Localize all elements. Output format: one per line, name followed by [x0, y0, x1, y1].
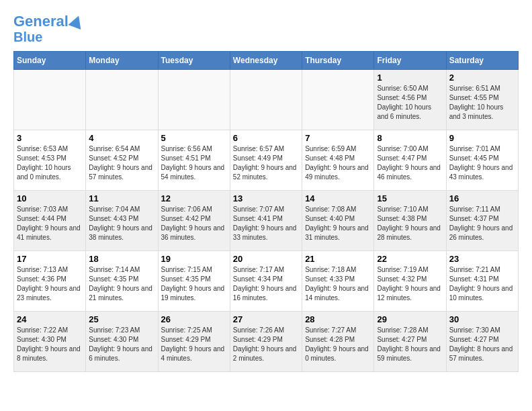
day-info: Sunrise: 7:27 AM Sunset: 4:28 PM Dayligh… — [305, 326, 371, 363]
day-info: Sunrise: 6:59 AM Sunset: 4:48 PM Dayligh… — [305, 144, 371, 182]
calendar-cell: 19Sunrise: 7:15 AM Sunset: 4:35 PM Dayli… — [158, 251, 230, 312]
calendar-cell: 6Sunrise: 6:57 AM Sunset: 4:49 PM Daylig… — [230, 130, 302, 191]
day-number: 6 — [233, 133, 299, 143]
day-info: Sunrise: 7:15 AM Sunset: 4:35 PM Dayligh… — [161, 265, 227, 303]
day-info: Sunrise: 7:23 AM Sunset: 4:30 PM Dayligh… — [89, 326, 154, 363]
calendar-cell: 11Sunrise: 7:04 AM Sunset: 4:43 PM Dayli… — [86, 191, 158, 251]
day-info: Sunrise: 7:25 AM Sunset: 4:29 PM Dayligh… — [161, 326, 227, 363]
calendar-cell: 13Sunrise: 7:07 AM Sunset: 4:41 PM Dayli… — [230, 191, 302, 251]
day-info: Sunrise: 7:04 AM Sunset: 4:43 PM Dayligh… — [89, 205, 154, 242]
day-number: 17 — [17, 254, 83, 264]
calendar-cell: 22Sunrise: 7:19 AM Sunset: 4:32 PM Dayli… — [374, 251, 446, 312]
day-info: Sunrise: 7:03 AM Sunset: 4:44 PM Dayligh… — [17, 205, 83, 242]
day-number: 9 — [449, 133, 515, 143]
day-info: Sunrise: 7:01 AM Sunset: 4:45 PM Dayligh… — [449, 144, 515, 182]
day-info: Sunrise: 7:26 AM Sunset: 4:29 PM Dayligh… — [233, 326, 299, 363]
calendar-cell: 29Sunrise: 7:28 AM Sunset: 4:27 PM Dayli… — [374, 312, 446, 372]
weekday-header-row: SundayMondayTuesdayWednesdayThursdayFrid… — [14, 52, 519, 70]
calendar-cell: 28Sunrise: 7:27 AM Sunset: 4:28 PM Dayli… — [302, 312, 374, 372]
day-number: 27 — [233, 314, 299, 324]
calendar-table: SundayMondayTuesdayWednesdayThursdayFrid… — [13, 51, 519, 372]
day-number: 2 — [449, 73, 515, 83]
day-info: Sunrise: 7:22 AM Sunset: 4:30 PM Dayligh… — [17, 326, 83, 363]
calendar-cell — [14, 70, 86, 130]
calendar-cell: 4Sunrise: 6:54 AM Sunset: 4:52 PM Daylig… — [86, 130, 158, 191]
day-info: Sunrise: 6:56 AM Sunset: 4:51 PM Dayligh… — [161, 144, 227, 182]
calendar-row-1: 1Sunrise: 6:50 AM Sunset: 4:56 PM Daylig… — [14, 70, 519, 130]
logo-blue-text: Blue — [13, 30, 42, 44]
day-info: Sunrise: 7:14 AM Sunset: 4:35 PM Dayligh… — [89, 265, 154, 303]
day-info: Sunrise: 6:54 AM Sunset: 4:52 PM Dayligh… — [89, 144, 154, 182]
calendar-cell: 30Sunrise: 7:30 AM Sunset: 4:27 PM Dayli… — [446, 312, 518, 372]
day-number: 21 — [305, 254, 371, 264]
weekday-header-wednesday: Wednesday — [230, 52, 302, 70]
calendar-cell: 27Sunrise: 7:26 AM Sunset: 4:29 PM Dayli… — [230, 312, 302, 372]
day-info: Sunrise: 7:17 AM Sunset: 4:34 PM Dayligh… — [233, 265, 299, 303]
day-number: 13 — [233, 193, 299, 203]
day-number: 30 — [449, 314, 515, 324]
calendar-cell: 23Sunrise: 7:21 AM Sunset: 4:31 PM Dayli… — [446, 251, 518, 312]
weekday-header-sunday: Sunday — [14, 52, 86, 70]
day-number: 5 — [161, 133, 227, 143]
day-number: 23 — [449, 254, 515, 264]
calendar-cell: 9Sunrise: 7:01 AM Sunset: 4:45 PM Daylig… — [446, 130, 518, 191]
calendar-row-5: 24Sunrise: 7:22 AM Sunset: 4:30 PM Dayli… — [14, 312, 519, 372]
calendar-cell: 14Sunrise: 7:08 AM Sunset: 4:40 PM Dayli… — [302, 191, 374, 251]
calendar-cell — [158, 70, 230, 130]
day-number: 7 — [305, 133, 371, 143]
day-number: 10 — [17, 193, 83, 203]
calendar-cell: 10Sunrise: 7:03 AM Sunset: 4:44 PM Dayli… — [14, 191, 86, 251]
day-info: Sunrise: 7:08 AM Sunset: 4:40 PM Dayligh… — [305, 205, 371, 242]
day-number: 26 — [161, 314, 227, 324]
calendar-cell: 12Sunrise: 7:06 AM Sunset: 4:42 PM Dayli… — [158, 191, 230, 251]
weekday-header-friday: Friday — [374, 52, 446, 70]
day-info: Sunrise: 6:53 AM Sunset: 4:53 PM Dayligh… — [17, 144, 83, 182]
day-number: 8 — [377, 133, 443, 143]
calendar-cell: 16Sunrise: 7:11 AM Sunset: 4:37 PM Dayli… — [446, 191, 518, 251]
day-info: Sunrise: 7:30 AM Sunset: 4:27 PM Dayligh… — [449, 326, 515, 363]
day-info: Sunrise: 7:06 AM Sunset: 4:42 PM Dayligh… — [161, 205, 227, 242]
day-number: 16 — [449, 193, 515, 203]
calendar-cell: 8Sunrise: 7:00 AM Sunset: 4:47 PM Daylig… — [374, 130, 446, 191]
day-info: Sunrise: 7:13 AM Sunset: 4:36 PM Dayligh… — [17, 265, 83, 303]
calendar-cell: 18Sunrise: 7:14 AM Sunset: 4:35 PM Dayli… — [86, 251, 158, 312]
calendar-cell: 2Sunrise: 6:51 AM Sunset: 4:55 PM Daylig… — [446, 70, 518, 130]
day-info: Sunrise: 7:18 AM Sunset: 4:33 PM Dayligh… — [305, 265, 371, 303]
calendar-cell: 24Sunrise: 7:22 AM Sunset: 4:30 PM Dayli… — [14, 312, 86, 372]
calendar-cell: 7Sunrise: 6:59 AM Sunset: 4:48 PM Daylig… — [302, 130, 374, 191]
calendar-cell — [86, 70, 158, 130]
day-info: Sunrise: 7:11 AM Sunset: 4:37 PM Dayligh… — [449, 205, 515, 242]
day-info: Sunrise: 6:51 AM Sunset: 4:55 PM Dayligh… — [449, 84, 515, 122]
day-info: Sunrise: 6:50 AM Sunset: 4:56 PM Dayligh… — [377, 84, 443, 122]
page-header: General Blue — [13, 13, 519, 44]
day-number: 20 — [233, 254, 299, 264]
calendar-cell: 17Sunrise: 7:13 AM Sunset: 4:36 PM Dayli… — [14, 251, 86, 312]
logo: General Blue — [13, 13, 83, 44]
day-number: 4 — [89, 133, 154, 143]
calendar-cell: 21Sunrise: 7:18 AM Sunset: 4:33 PM Dayli… — [302, 251, 374, 312]
day-number: 3 — [17, 133, 83, 143]
logo-triangle-icon — [68, 13, 85, 30]
calendar-row-3: 10Sunrise: 7:03 AM Sunset: 4:44 PM Dayli… — [14, 191, 519, 251]
day-number: 22 — [377, 254, 443, 264]
day-number: 25 — [89, 314, 154, 324]
weekday-header-saturday: Saturday — [446, 52, 518, 70]
calendar-cell: 5Sunrise: 6:56 AM Sunset: 4:51 PM Daylig… — [158, 130, 230, 191]
calendar-cell: 25Sunrise: 7:23 AM Sunset: 4:30 PM Dayli… — [86, 312, 158, 372]
weekday-header-tuesday: Tuesday — [158, 52, 230, 70]
calendar-cell: 1Sunrise: 6:50 AM Sunset: 4:56 PM Daylig… — [374, 70, 446, 130]
day-number: 24 — [17, 314, 83, 324]
day-number: 11 — [89, 193, 154, 203]
day-info: Sunrise: 7:28 AM Sunset: 4:27 PM Dayligh… — [377, 326, 443, 363]
day-info: Sunrise: 7:19 AM Sunset: 4:32 PM Dayligh… — [377, 265, 443, 303]
day-info: Sunrise: 6:57 AM Sunset: 4:49 PM Dayligh… — [233, 144, 299, 182]
day-number: 12 — [161, 193, 227, 203]
day-info: Sunrise: 7:21 AM Sunset: 4:31 PM Dayligh… — [449, 265, 515, 303]
day-number: 1 — [377, 73, 443, 83]
calendar-cell — [230, 70, 302, 130]
logo-text: General — [13, 13, 69, 30]
day-info: Sunrise: 7:10 AM Sunset: 4:38 PM Dayligh… — [377, 205, 443, 242]
day-number: 28 — [305, 314, 371, 324]
calendar-cell: 3Sunrise: 6:53 AM Sunset: 4:53 PM Daylig… — [14, 130, 86, 191]
calendar-cell: 20Sunrise: 7:17 AM Sunset: 4:34 PM Dayli… — [230, 251, 302, 312]
